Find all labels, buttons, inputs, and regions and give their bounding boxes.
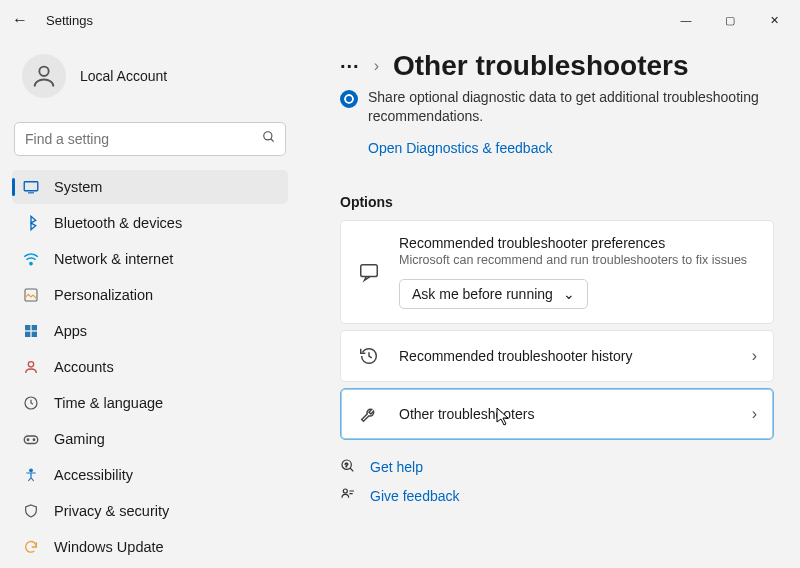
chevron-right-icon: › [752, 405, 757, 423]
avatar [22, 54, 66, 98]
sidebar-item-network[interactable]: Network & internet [12, 242, 288, 276]
svg-rect-10 [32, 332, 37, 337]
sidebar-item-personalization[interactable]: Personalization [12, 278, 288, 312]
bluetooth-icon [22, 214, 40, 232]
diagnostic-note: Share optional diagnostic data to get ad… [368, 88, 774, 126]
history-title: Recommended troubleshooter history [399, 348, 734, 364]
svg-point-14 [27, 439, 29, 441]
history-icon [357, 345, 381, 367]
sidebar-item-system[interactable]: System [12, 170, 288, 204]
diagnostics-link[interactable]: Open Diagnostics & feedback [368, 140, 552, 156]
wrench-icon [357, 403, 381, 425]
svg-point-5 [30, 262, 32, 264]
sidebar-item-gaming[interactable]: Gaming [12, 422, 288, 456]
preferences-card[interactable]: Recommended troubleshooter preferences M… [340, 220, 774, 324]
preferences-sub: Microsoft can recommend and run troubles… [399, 253, 757, 267]
page-title: Other troubleshooters [393, 50, 689, 82]
preferences-dropdown[interactable]: Ask me before running ⌄ [399, 279, 588, 309]
sidebar-item-bluetooth[interactable]: Bluetooth & devices [12, 206, 288, 240]
sidebar-item-label: Accounts [54, 359, 114, 375]
sidebar-item-label: Privacy & security [54, 503, 169, 519]
breadcrumb-more[interactable]: ··· [340, 55, 360, 78]
svg-rect-6 [25, 289, 37, 301]
sidebar-item-label: Personalization [54, 287, 153, 303]
sidebar-item-label: Network & internet [54, 251, 173, 267]
get-help-label: Get help [370, 459, 423, 475]
sidebar-item-update[interactable]: Windows Update [12, 530, 288, 564]
give-feedback-label: Give feedback [370, 488, 460, 504]
update-icon [22, 538, 40, 556]
wifi-icon [22, 250, 40, 268]
svg-point-15 [33, 439, 35, 441]
dropdown-value: Ask me before running [412, 286, 553, 302]
chevron-right-icon: › [374, 57, 379, 75]
sidebar-item-label: Time & language [54, 395, 163, 411]
maximize-button[interactable]: ▢ [708, 4, 752, 36]
history-card[interactable]: Recommended troubleshooter history › [340, 330, 774, 382]
svg-point-11 [28, 362, 33, 367]
search-field[interactable] [14, 122, 286, 156]
accessibility-icon [22, 466, 40, 484]
close-button[interactable]: ✕ [752, 4, 796, 36]
svg-point-1 [264, 132, 272, 140]
svg-point-21 [343, 489, 347, 493]
sidebar-item-label: Gaming [54, 431, 105, 447]
feedback-icon [340, 487, 358, 506]
preferences-title: Recommended troubleshooter preferences [399, 235, 757, 251]
svg-rect-13 [24, 436, 38, 444]
breadcrumb: ··· › Other troubleshooters [340, 50, 774, 82]
sidebar-item-apps[interactable]: Apps [12, 314, 288, 348]
search-input[interactable] [14, 122, 286, 156]
radio-on-icon [340, 90, 358, 108]
sidebar-item-label: Apps [54, 323, 87, 339]
gaming-icon [22, 430, 40, 448]
help-icon: ? [340, 458, 358, 477]
account-name: Local Account [80, 68, 167, 84]
sidebar-item-label: System [54, 179, 102, 195]
chevron-down-icon: ⌄ [563, 286, 575, 302]
system-icon [22, 178, 40, 196]
svg-text:?: ? [345, 461, 349, 467]
svg-point-0 [39, 67, 48, 76]
sidebar-item-time[interactable]: Time & language [12, 386, 288, 420]
chevron-right-icon: › [752, 347, 757, 365]
back-button[interactable]: ← [4, 11, 36, 29]
personalization-icon [22, 286, 40, 304]
svg-line-19 [350, 468, 353, 471]
other-troubleshooters-card[interactable]: Other troubleshooters › [340, 388, 774, 440]
accounts-icon [22, 358, 40, 376]
svg-rect-3 [24, 182, 38, 191]
options-heading: Options [340, 194, 774, 210]
time-icon [22, 394, 40, 412]
apps-icon [22, 322, 40, 340]
get-help-link[interactable]: ? Get help [340, 458, 774, 477]
svg-rect-9 [25, 332, 30, 337]
sidebar-item-label: Windows Update [54, 539, 164, 555]
account-block[interactable]: Local Account [12, 40, 288, 122]
sidebar-item-label: Accessibility [54, 467, 133, 483]
search-icon [262, 130, 276, 147]
svg-rect-4 [28, 192, 34, 193]
other-title: Other troubleshooters [399, 406, 734, 422]
sidebar-item-accounts[interactable]: Accounts [12, 350, 288, 384]
svg-point-16 [30, 469, 33, 472]
svg-rect-8 [32, 325, 37, 330]
chat-icon [357, 261, 381, 283]
sidebar-item-label: Bluetooth & devices [54, 215, 182, 231]
svg-line-2 [271, 139, 274, 142]
svg-rect-17 [361, 264, 378, 276]
window-title: Settings [46, 13, 93, 28]
give-feedback-link[interactable]: Give feedback [340, 487, 774, 506]
sidebar-item-accessibility[interactable]: Accessibility [12, 458, 288, 492]
shield-icon [22, 502, 40, 520]
minimize-button[interactable]: — [664, 4, 708, 36]
sidebar-item-privacy[interactable]: Privacy & security [12, 494, 288, 528]
svg-rect-7 [25, 325, 30, 330]
